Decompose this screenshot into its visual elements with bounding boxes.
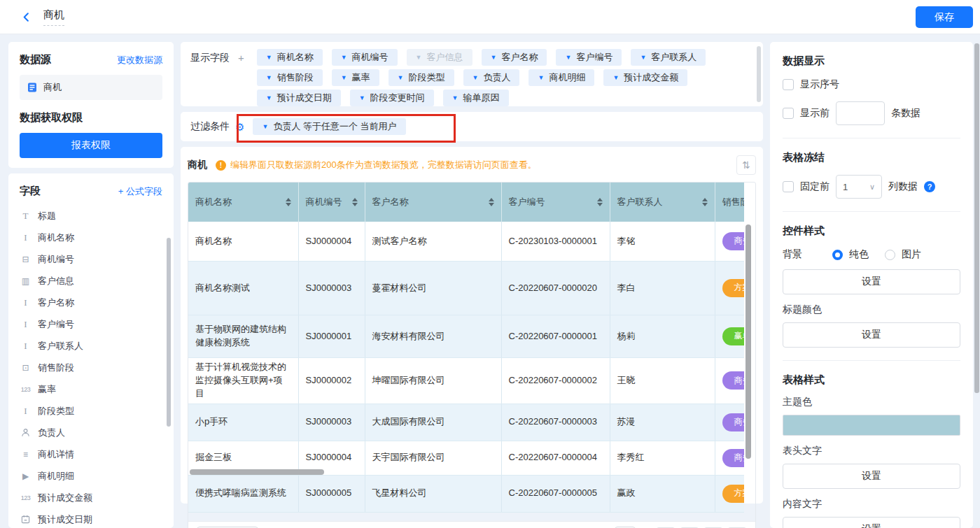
show-serial-checkbox[interactable] [783,79,794,90]
freeze-checkbox[interactable] [783,181,794,192]
field-item[interactable]: 123预计成交金额 [20,487,162,508]
row-limit-input[interactable] [836,101,885,125]
field-item[interactable]: ⊡销售阶段 [20,357,162,378]
field-item[interactable]: ≡商机详情 [20,443,162,465]
display-field-chip[interactable]: ▼客户编号 [556,49,622,66]
display-field-chip[interactable]: ▼客户联系人 [631,49,706,66]
chip-label: 预计成交日期 [277,92,332,104]
field-item[interactable]: 负责人 [20,422,162,443]
display-field-chip[interactable]: ▼销售阶段 [257,69,323,86]
chips-scrollbar[interactable] [757,46,761,102]
table-cell: 苏漫 [610,404,715,441]
sort-arrows-icon[interactable] [286,198,291,206]
question-icon[interactable]: ? [924,181,935,192]
cell-text: 掘金三板 [195,452,232,462]
datasource-item[interactable]: 商机 [20,75,162,100]
chip-label: 赢率 [352,71,370,84]
background-set-button[interactable]: 设置 [783,269,960,294]
column-header[interactable]: 商机名称 [188,183,298,222]
table-cell: 蔓霍材料公司 [365,262,501,315]
solid-color-radio[interactable] [832,250,843,260]
field-item[interactable]: I客户联系人 [20,335,162,357]
back-icon[interactable] [18,9,34,24]
field-item[interactable]: 预计成交日期 [20,508,162,528]
field-item[interactable]: T标题 [20,205,162,227]
display-field-chip[interactable]: ▼输单原因 [443,90,509,106]
table-cell-stage: 商务 [715,441,744,475]
expand-icon: ▶ [20,471,31,481]
show-first-checkbox[interactable] [783,108,794,119]
chevron-down-icon: ▼ [266,74,272,81]
cell-text: 坤曜国际有限公司 [372,375,445,385]
display-field-chip[interactable]: ▼商机编号 [332,49,398,66]
table-row[interactable]: 基于物联网的建筑结构健康检测系统SJ0000001海安材料有限公司C-20220… [188,315,744,358]
page-title[interactable]: 商机 [43,8,64,26]
image-radio[interactable] [885,250,895,260]
column-header[interactable]: 客户联系人 [610,183,715,222]
chevron-down-icon: ▼ [491,54,497,61]
field-item[interactable]: ▥客户信息 [20,270,162,292]
data-table-block: 商机名称商机编号客户名称客户编号客户联系人销售阶段 商机名称SJ0000004测… [188,182,756,528]
display-field-chip[interactable]: ▼商机名称 [257,49,323,66]
column-header-label: 商机编号 [306,196,342,208]
sort-arrows-icon[interactable] [489,198,494,206]
theme-color-swatch[interactable] [783,415,960,436]
fields-scrollbar[interactable] [167,238,171,427]
display-field-chip[interactable]: ▼预计成交日期 [257,90,341,106]
filter-condition-text: 负责人 等于任意一个 当前用户 [273,120,396,133]
field-item[interactable]: I阶段类型 [20,400,162,422]
chart-icon: ▥ [20,276,31,286]
sort-arrows-icon[interactable] [702,198,708,206]
table-vertical-scrollbar[interactable] [746,224,751,459]
display-field-chip[interactable]: ▼客户名称 [482,49,547,66]
field-item[interactable]: I客户名称 [20,292,162,313]
display-field-chip[interactable]: ▼客户信息 [407,49,472,66]
field-item[interactable]: ⊟商机编号 [20,248,162,270]
table-row[interactable]: 基于计算机视觉技术的监控摄像头互联网+项目SJ0000002坤曜国际有限公司C-… [188,358,744,404]
display-field-chip[interactable]: ▼负责人 [463,69,520,86]
header-text-set-button[interactable]: 设置 [783,464,960,489]
table-row[interactable]: 小p手环SJ0000003大成国际有限公司C-20220607-0000003苏… [188,404,744,441]
report-permission-button[interactable]: 报表权限 [20,133,162,158]
column-header[interactable]: 销售阶段 [715,183,744,222]
field-item[interactable]: ▶商机明细 [20,465,162,487]
content-text-set-button[interactable]: 设置 [783,517,960,528]
field-item[interactable]: I商机名称 [20,227,162,248]
display-field-chip[interactable]: ▼商机明细 [528,69,594,86]
freeze-count-select[interactable]: 1 ∨ [836,175,882,199]
chip-label: 客户名称 [501,51,538,64]
sort-order-button[interactable]: ⇅ [736,155,756,175]
cell-text: 便携式哮喘病监测系统 [195,487,286,498]
gear-icon[interactable]: ⚙ [235,122,244,132]
table-row[interactable]: 便携式哮喘病监测系统SJ0000005飞星材料公司C-20220607-0000… [188,475,744,512]
sort-arrows-icon[interactable] [597,198,603,206]
display-field-chip[interactable]: ▼赢率 [332,69,379,86]
table-row[interactable]: 商机名称SJ0000004测试客户名称C-20230103-0000001李铭商… [188,222,744,262]
column-header[interactable]: 商机编号 [298,183,365,222]
table-cell: C-20220607-0000003 [501,404,610,441]
sort-arrows-icon[interactable] [352,198,358,206]
table-row[interactable]: 商机名称测试SJ0000003蔓霍材料公司C-20220607-0000020李… [188,262,744,315]
field-item-label: 商机名称 [38,231,74,244]
add-display-field-icon[interactable]: + [238,52,244,64]
change-datasource-link[interactable]: 更改数据源 [117,54,162,66]
show-first-label: 显示前 [800,107,830,120]
cell-text: SJ0000003 [306,283,352,293]
field-item[interactable]: I客户编号 [20,313,162,335]
page-scrollbar[interactable] [974,43,979,393]
save-button[interactable]: 保存 [916,6,973,28]
datasource-title: 数据源 [20,53,51,66]
display-field-chip[interactable]: ▼阶段类型 [388,69,454,86]
filter-condition-chip[interactable]: ▼ 负责人 等于任意一个 当前用户 [253,118,405,135]
title-color-set-button[interactable]: 设置 [783,322,960,348]
display-field-chip[interactable]: ▼阶段变更时间 [350,90,434,106]
cell-text: SJ0000004 [306,236,352,246]
field-item[interactable]: 123赢率 [20,378,162,400]
column-header[interactable]: 客户编号 [501,183,610,222]
table-horizontal-scrollbar[interactable] [190,469,324,475]
column-header[interactable]: 客户名称 [365,183,501,222]
display-field-chip[interactable]: ▼预计成交金额 [603,69,687,86]
add-formula-field-link[interactable]: + 公式字段 [118,185,162,198]
field-list: T标题I商机名称⊟商机编号▥客户信息I客户名称I客户编号I客户联系人⊡销售阶段1… [20,205,162,528]
field-item-label: 商机详情 [38,448,74,461]
